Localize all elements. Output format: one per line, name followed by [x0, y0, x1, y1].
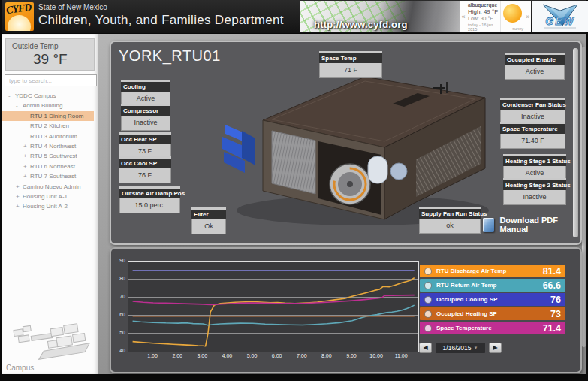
x-axis-tick: 8:00	[318, 353, 335, 358]
campus-3d-graphic	[5, 316, 95, 361]
tree-item-label: Housing Unit A-2	[23, 203, 68, 210]
navigation-sidebar: Outside Temp 39 °F -YDDC Campus -Admin B…	[2, 34, 98, 374]
gew-logo-graphic: GEW	[534, 2, 586, 32]
field-label: Occupied Enable	[505, 55, 565, 65]
field-space-temp: Space Temp71 F	[319, 51, 382, 78]
trend-plot-area	[128, 261, 419, 352]
website-url: http://www.cyfd.org	[314, 19, 408, 30]
legend-rtu-discharge-air-temp[interactable]: RTU Discharge Air Temp81.4	[420, 265, 565, 277]
legend-value: 76	[550, 295, 561, 305]
download-pdf-manual-link[interactable]: Download PDF Manual	[483, 216, 580, 234]
tree-item-camino-nuevo-admin[interactable]: +Camino Nuevo Admin	[2, 182, 94, 192]
expand-icon[interactable]: +	[16, 201, 23, 211]
field-label: Space Temperature	[500, 124, 565, 134]
tree-item-label: Housing Unit A-1	[23, 193, 68, 200]
previous-day-button[interactable]: ◀	[419, 343, 432, 353]
weather-prev-icon[interactable]: «	[460, 1, 466, 32]
field-condenser-fan-status: Condenser Fan StatusInactive	[500, 98, 565, 125]
field-value: Inactive	[121, 116, 170, 131]
field-heating-stage-2: Heating Stage 2 StatusInactive	[503, 178, 566, 205]
tree-item-admin-building[interactable]: -Admin Building	[2, 101, 94, 110]
tree-item-label: Camino Nuevo Admin	[23, 183, 80, 190]
x-axis-tick: 3:00	[194, 353, 210, 358]
legend-rtu-return-air-temp[interactable]: RTU Return Air Temp66.6	[420, 279, 565, 292]
agency-subtitle: State of New Mexico	[38, 3, 284, 11]
tree-item-rtu3-auditorium[interactable]: RTU 3 Auditorium	[2, 132, 94, 141]
x-axis-tick: 11:00	[393, 353, 409, 358]
chart-date-picker[interactable]: 1/16/2015▼	[436, 343, 485, 353]
outside-temp-label: Outside Temp	[6, 39, 94, 50]
y-axis-tick: 80	[113, 276, 125, 281]
series-dot-icon	[424, 310, 432, 318]
legend-occupied-cooling-sp[interactable]: Occupied Cooling SP76	[420, 293, 565, 306]
field-value: 76 F	[119, 168, 171, 183]
x-axis-tick: 9:00	[343, 353, 360, 358]
chart-legend: RTU Discharge Air Temp81.4 RTU Return Ai…	[420, 265, 565, 336]
legend-space-temperature[interactable]: Space Temperature71.4	[420, 322, 565, 334]
y-axis-tick: 40	[113, 348, 125, 353]
field-value: Inactive	[503, 190, 566, 205]
trend-lines-svg	[128, 262, 418, 352]
tree-item-rtu5-southwest[interactable]: +RTU 5 Southwest	[2, 151, 94, 161]
pdf-link-label: Download PDF Manual	[499, 216, 580, 234]
gew-logo: GEW	[532, 1, 588, 32]
legend-label: Occupied Heating SP	[436, 310, 550, 317]
campus-thumbnail[interactable]	[5, 316, 95, 361]
tree-item-rtu1-dining-room[interactable]: RTU 1 Dining Room	[2, 111, 94, 121]
tree-item-yddc-campus[interactable]: -YDDC Campus	[2, 91, 94, 101]
expand-icon[interactable]: +	[23, 151, 30, 161]
series-dot-icon	[424, 325, 432, 332]
field-label: Condenser Fan Status	[500, 100, 565, 110]
field-label: Occ Cool SP	[119, 159, 171, 168]
expand-icon[interactable]: +	[23, 162, 30, 171]
field-heating-stage-1: Heating Stage 1 StatusActive	[503, 154, 566, 181]
trend-chart-panel: 405060708090 1:002:003:004:005:006:007:0…	[110, 247, 582, 373]
weather-high: High: 49 °F	[468, 8, 499, 15]
svg-text:GEW: GEW	[545, 15, 574, 27]
x-axis-tick: 4:00	[219, 353, 235, 358]
legend-value: 73	[550, 309, 561, 319]
tree-item-rtu6-northeast[interactable]: +RTU 6 Northeast	[2, 162, 94, 171]
weather-city: albuquerque	[468, 2, 499, 8]
legend-occupied-heating-sp[interactable]: Occupied Heating SP73	[420, 307, 565, 320]
weather-widget: « albuquerque High: 49 °F Low: 30 °F tod…	[460, 1, 531, 32]
field-label: Outside Air Damp Pos	[119, 189, 180, 198]
panel-scrollbar[interactable]	[573, 48, 578, 237]
x-axis-tick: 6:00	[269, 353, 285, 358]
field-cooling: CoolingActive	[121, 80, 170, 107]
legend-label: RTU Return Air Temp	[436, 282, 543, 289]
weather-next-icon[interactable]: »	[525, 1, 531, 32]
field-label: Cooling	[121, 82, 170, 92]
field-outside-air-damper: Outside Air Damp Pos15.0 perc.	[119, 186, 180, 213]
collapse-icon[interactable]: -	[16, 101, 23, 110]
agency-title-block: State of New Mexico Children, Youth, and…	[38, 3, 284, 28]
field-label: Heating Stage 1 Status	[503, 156, 566, 166]
tree-item-label: RTU 3 Auditorium	[30, 133, 77, 140]
campus-label: Campus	[6, 364, 34, 372]
y-axis-tick: 90	[113, 258, 125, 263]
tree-item-housing-unit-a2[interactable]: +Housing Unit A-2	[2, 201, 94, 211]
field-label: Supply Fan Run Status	[419, 209, 481, 219]
tree-item-rtu2-kitchen[interactable]: RTU 2 Kitchen	[2, 121, 94, 131]
next-day-button[interactable]: ▶	[489, 343, 502, 353]
cyfd-logo: CYFD	[5, 2, 34, 31]
collapse-icon[interactable]: -	[8, 91, 15, 101]
expand-icon[interactable]: +	[16, 192, 23, 201]
tree-item-rtu4-northwest[interactable]: +RTU 4 Northwest	[2, 141, 94, 151]
expand-icon[interactable]: +	[16, 182, 23, 192]
field-occupied-enable: Occupied EnableActive	[505, 53, 565, 80]
field-label: Heating Stage 2 Status	[503, 180, 566, 190]
expand-icon[interactable]: +	[23, 171, 30, 181]
search-input[interactable]	[5, 74, 97, 86]
x-axis-tick: 5:00	[244, 353, 261, 358]
legend-label: RTU Discharge Air Temp	[436, 268, 543, 274]
tree-item-housing-unit-a1[interactable]: +Housing Unit A-1	[2, 192, 94, 201]
expand-icon[interactable]: +	[23, 141, 30, 151]
weather-condition: sunny	[512, 26, 523, 31]
field-filter: FilterOk	[191, 207, 226, 234]
tree-item-rtu7-southeast[interactable]: +RTU 7 Southeast	[2, 171, 94, 181]
tree-item-label: RTU 7 Southeast	[30, 173, 76, 180]
legend-value: 66.6	[543, 280, 561, 291]
page-title: YORK_RTU01	[119, 47, 221, 65]
tree-item-label: RTU 4 Northwest	[30, 143, 76, 150]
